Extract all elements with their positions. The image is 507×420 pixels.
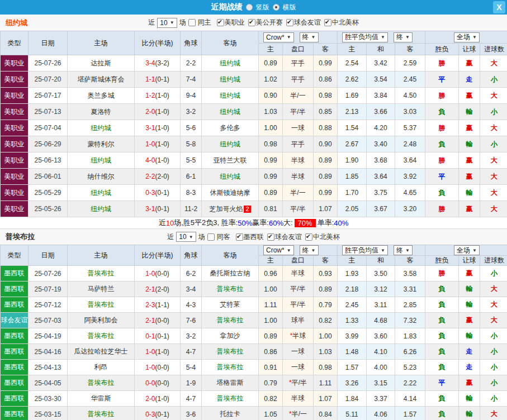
result-goals-cell: 大 bbox=[480, 120, 507, 136]
halftime-score: (2-0) bbox=[155, 285, 169, 293]
away-team-cell: 塔格雷斯 bbox=[202, 375, 259, 391]
away-team-cell: 拿加沙 bbox=[202, 328, 259, 344]
league-checkbox[interactable] bbox=[217, 19, 224, 26]
result-goals-cell: 小 bbox=[480, 391, 507, 407]
horizontal-layout-radio[interactable] bbox=[273, 4, 279, 11]
score-cell: 2-0(1-0) bbox=[135, 104, 181, 120]
result-goals-cell: 大 bbox=[480, 297, 507, 313]
scope-select[interactable]: 全场▼ bbox=[454, 245, 480, 255]
result-handicap-cell: 走 bbox=[459, 71, 480, 88]
score-cell: 0-0(0-0) bbox=[135, 375, 181, 391]
league-cell: 球会友谊 bbox=[1, 313, 29, 328]
mean-away-cell: 4.14 bbox=[395, 391, 425, 407]
mean-draw-cell: 3.60 bbox=[367, 328, 395, 344]
league-cell: 墨西联 bbox=[1, 297, 29, 313]
team-filter-bar: 纽约城 近 10▼ 场 同主 美职业美公开赛球会友谊中北美杯 bbox=[0, 15, 507, 31]
mean-draw-cell: 3.67 bbox=[367, 201, 395, 217]
mean-home-cell: 1.90 bbox=[338, 152, 367, 169]
close-icon[interactable]: X bbox=[493, 1, 505, 13]
result-handicap-cell: 輸 bbox=[459, 407, 480, 420]
result-group-header: 全场▼ bbox=[425, 245, 507, 256]
odds-time-select[interactable]: 终▼ bbox=[300, 245, 319, 255]
league-checkbox[interactable] bbox=[286, 19, 293, 26]
odds-time-select[interactable]: 终▼ bbox=[300, 32, 319, 42]
bookmaker-select[interactable]: Crow*▼ bbox=[263, 245, 294, 255]
league-checkbox[interactable] bbox=[267, 233, 274, 241]
mean-time-select[interactable]: 终▼ bbox=[394, 245, 413, 255]
chevron-down-icon: ▼ bbox=[472, 35, 477, 40]
halftime-score: (1-1) bbox=[155, 301, 169, 309]
home-team-cell: 普埃布拉 bbox=[68, 375, 135, 391]
result-handicap-cell: 輸 bbox=[459, 297, 480, 313]
league-checkbox[interactable] bbox=[324, 19, 331, 26]
near-label: 近 bbox=[167, 232, 174, 242]
sub-header-mean-home: 主 bbox=[338, 256, 367, 266]
league-checkbox[interactable] bbox=[305, 233, 312, 241]
same-venue-label: 同主 bbox=[198, 18, 211, 27]
fulltime-score: 1-0 bbox=[145, 140, 155, 148]
result-goals-cell: 小 bbox=[480, 71, 507, 88]
result-wdl-cell: 負 bbox=[425, 104, 459, 120]
home-team-cell: 普埃布拉 bbox=[68, 297, 135, 313]
result-wdl-cell: 勝 bbox=[425, 120, 459, 136]
corner-cell: 4-7 bbox=[181, 344, 202, 360]
mean-draw-cell: 3.64 bbox=[367, 169, 395, 185]
handicap-name: 一球 bbox=[291, 124, 305, 132]
handicap-cell: 球半 bbox=[283, 313, 314, 328]
bookmaker-select[interactable]: Crow*▼ bbox=[263, 32, 294, 42]
home-team-cell: 纽约城 bbox=[68, 201, 135, 217]
scope-select[interactable]: 全场▼ bbox=[454, 32, 480, 42]
result-goals-cell: 大 bbox=[480, 185, 507, 201]
home-team-cell: 纽约城 bbox=[68, 185, 135, 201]
mean-time-select[interactable]: 终▼ bbox=[394, 32, 413, 42]
mean-home-cell: 1.33 bbox=[338, 313, 367, 328]
home-odds-cell: 0.99 bbox=[259, 169, 283, 185]
result-goals-cell: 小 bbox=[480, 266, 507, 281]
home-odds-cell: 0.89 bbox=[259, 328, 283, 344]
result-goals-cell: 大 bbox=[480, 407, 507, 420]
league-checkbox[interactable] bbox=[236, 233, 243, 241]
handicap-name: 一球 bbox=[291, 347, 305, 355]
same-venue-checkbox[interactable] bbox=[207, 233, 215, 241]
same-venue-checkbox[interactable] bbox=[188, 19, 196, 26]
mean-draw-cell: 3.66 bbox=[367, 104, 395, 120]
handicap-cell: 半球 bbox=[283, 152, 314, 169]
mean-type-select[interactable]: 胜平负均值▼ bbox=[342, 32, 388, 42]
score-cell: 0-3(0-1) bbox=[135, 185, 181, 201]
handicap-cell: 一球 bbox=[283, 344, 314, 360]
match-count-select[interactable]: 10▼ bbox=[176, 232, 196, 242]
result-handicap-cell: 輸 bbox=[459, 185, 480, 201]
horizontal-layout-label: 横版 bbox=[283, 3, 296, 12]
match-row: 墨西联25-04-13利昂1-0(0-0)5-4普埃布拉0.91一球0.981.… bbox=[1, 360, 507, 375]
league-cell: 美职业 bbox=[1, 71, 29, 88]
home-team-cell: 华雷斯 bbox=[68, 391, 135, 407]
mean-type-select[interactable]: 胜平负均值▼ bbox=[342, 245, 388, 255]
col-header-home: 主场 bbox=[68, 245, 135, 266]
chevron-down-icon: ▼ bbox=[287, 248, 291, 253]
halftime-score: (2-0) bbox=[155, 173, 169, 180]
score-cell: 0-3(0-1) bbox=[135, 407, 181, 420]
vertical-layout-radio[interactable] bbox=[246, 4, 253, 11]
home-odds-cell: 0.96 bbox=[259, 266, 283, 281]
sub-header-goals: 进球数 bbox=[480, 44, 507, 55]
date-cell: 25-07-03 bbox=[29, 313, 68, 328]
mean-home-cell: 1.69 bbox=[338, 88, 367, 104]
col-header-score: 比分(半场) bbox=[135, 31, 181, 55]
result-goals-cell: 大 bbox=[480, 201, 507, 217]
mean-away-cell: 2.85 bbox=[395, 297, 425, 313]
league-cell: 美职业 bbox=[1, 55, 29, 71]
handicap-cell: 半球 bbox=[283, 391, 314, 407]
home-odds-cell: 0.90 bbox=[259, 88, 283, 104]
halftime-score: (0-0) bbox=[155, 364, 169, 371]
date-cell: 25-03-30 bbox=[29, 391, 68, 407]
match-count-select[interactable]: 10▼ bbox=[157, 18, 177, 28]
handicap-name: 平手 bbox=[291, 75, 305, 83]
corner-cell: 5-5 bbox=[181, 152, 202, 169]
result-wdl-cell: 勝 bbox=[425, 201, 459, 217]
away-odds-cell: 0.88 bbox=[314, 120, 338, 136]
league-checkbox[interactable] bbox=[248, 19, 255, 26]
mean-away-cell: 7.32 bbox=[395, 313, 425, 328]
col-header-type: 类型 bbox=[1, 31, 29, 55]
corner-cell: 5-8 bbox=[181, 136, 202, 152]
result-wdl-cell: 負 bbox=[425, 391, 459, 407]
